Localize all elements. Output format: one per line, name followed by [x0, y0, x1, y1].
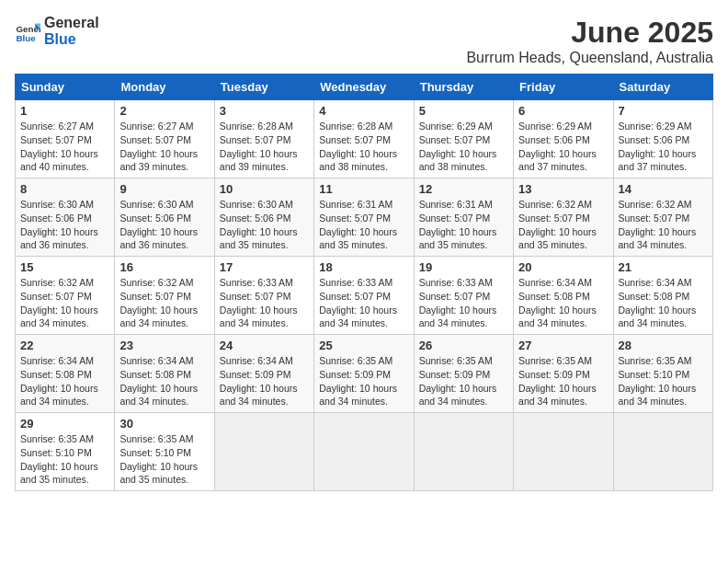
day-info: Sunrise: 6:30 AMSunset: 5:06 PMDaylight:…: [119, 198, 209, 252]
logo: General Blue General Blue: [15, 15, 99, 47]
day-info: Sunrise: 6:28 AMSunset: 5:07 PMDaylight:…: [220, 120, 309, 174]
day-number: 17: [220, 260, 309, 274]
day-cell-25: 25 Sunrise: 6:35 AMSunset: 5:09 PMDaylig…: [314, 335, 414, 413]
day-info: Sunrise: 6:32 AMSunset: 5:07 PMDaylight:…: [119, 276, 209, 330]
day-info: Sunrise: 6:33 AMSunset: 5:07 PMDaylight:…: [419, 276, 508, 330]
day-cell-15: 15 Sunrise: 6:32 AMSunset: 5:07 PMDaylig…: [16, 257, 115, 335]
header-saturday: Saturday: [613, 75, 712, 100]
day-number: 10: [220, 182, 309, 196]
day-info: Sunrise: 6:35 AMSunset: 5:10 PMDaylight:…: [20, 432, 109, 487]
day-info: Sunrise: 6:28 AMSunset: 5:07 PMDaylight:…: [319, 120, 408, 174]
day-number: 27: [518, 339, 608, 352]
day-cell-23: 23 Sunrise: 6:34 AMSunset: 5:08 PMDaylig…: [115, 335, 214, 413]
page-header: General Blue General Blue June 2025 Burr…: [15, 15, 713, 66]
day-number: 22: [20, 339, 109, 352]
day-number: 19: [419, 260, 508, 274]
day-info: Sunrise: 6:34 AMSunset: 5:08 PMDaylight:…: [518, 276, 608, 330]
day-number: 15: [20, 260, 109, 274]
day-cell-13: 13 Sunrise: 6:32 AMSunset: 5:07 PMDaylig…: [514, 178, 613, 257]
day-info: Sunrise: 6:31 AMSunset: 5:07 PMDaylight:…: [419, 198, 508, 252]
logo-icon: General Blue: [15, 18, 40, 44]
day-cell-5: 5 Sunrise: 6:29 AMSunset: 5:07 PMDayligh…: [414, 100, 513, 178]
day-cell-18: 18 Sunrise: 6:33 AMSunset: 5:07 PMDaylig…: [314, 257, 414, 335]
header-friday: Friday: [514, 75, 613, 100]
header-wednesday: Wednesday: [314, 75, 414, 100]
day-info: Sunrise: 6:31 AMSunset: 5:07 PMDaylight:…: [319, 198, 408, 252]
day-number: 4: [319, 104, 408, 118]
day-number: 3: [220, 104, 309, 118]
empty-cell: [613, 413, 712, 491]
day-number: 18: [319, 260, 408, 274]
day-cell-26: 26 Sunrise: 6:35 AMSunset: 5:09 PMDaylig…: [414, 335, 513, 413]
day-number: 1: [20, 104, 109, 118]
day-cell-7: 7 Sunrise: 6:29 AMSunset: 5:06 PMDayligh…: [613, 100, 712, 178]
day-info: Sunrise: 6:35 AMSunset: 5:09 PMDaylight:…: [319, 354, 408, 408]
day-number: 29: [20, 417, 109, 431]
day-cell-10: 10 Sunrise: 6:30 AMSunset: 5:06 PMDaylig…: [214, 178, 313, 257]
day-info: Sunrise: 6:35 AMSunset: 5:09 PMDaylight:…: [419, 354, 508, 408]
location-title: Burrum Heads, Queensland, Australia: [466, 50, 713, 66]
day-info: Sunrise: 6:29 AMSunset: 5:06 PMDaylight:…: [518, 120, 608, 174]
day-cell-29: 29 Sunrise: 6:35 AMSunset: 5:10 PMDaylig…: [16, 413, 115, 491]
empty-cell: [214, 413, 313, 491]
header-sunday: Sunday: [16, 75, 115, 100]
day-cell-11: 11 Sunrise: 6:31 AMSunset: 5:07 PMDaylig…: [314, 178, 414, 257]
day-cell-12: 12 Sunrise: 6:31 AMSunset: 5:07 PMDaylig…: [414, 178, 513, 257]
day-number: 21: [619, 260, 708, 274]
day-cell-14: 14 Sunrise: 6:32 AMSunset: 5:07 PMDaylig…: [613, 178, 712, 257]
day-number: 9: [119, 182, 209, 196]
header-monday: Monday: [115, 75, 214, 100]
empty-cell: [414, 413, 513, 491]
day-info: Sunrise: 6:29 AMSunset: 5:06 PMDaylight:…: [619, 120, 708, 174]
logo-text-blue: Blue: [44, 31, 99, 48]
day-info: Sunrise: 6:30 AMSunset: 5:06 PMDaylight:…: [20, 198, 109, 252]
logo-text-general: General: [44, 15, 99, 31]
day-number: 7: [619, 104, 708, 118]
day-cell-2: 2 Sunrise: 6:27 AMSunset: 5:07 PMDayligh…: [115, 100, 214, 178]
day-info: Sunrise: 6:27 AMSunset: 5:07 PMDaylight:…: [119, 120, 209, 174]
day-number: 30: [119, 417, 209, 431]
day-info: Sunrise: 6:32 AMSunset: 5:07 PMDaylight:…: [619, 198, 708, 252]
header-tuesday: Tuesday: [214, 75, 313, 100]
day-cell-21: 21 Sunrise: 6:34 AMSunset: 5:08 PMDaylig…: [613, 257, 712, 335]
header-thursday: Thursday: [414, 75, 513, 100]
day-number: 20: [518, 260, 608, 274]
title-area: June 2025 Burrum Heads, Queensland, Aust…: [466, 15, 713, 66]
day-number: 11: [319, 182, 408, 196]
day-number: 2: [119, 104, 209, 118]
day-number: 26: [419, 339, 508, 352]
day-cell-16: 16 Sunrise: 6:32 AMSunset: 5:07 PMDaylig…: [115, 257, 214, 335]
calendar-table: Sunday Monday Tuesday Wednesday Thursday…: [15, 74, 713, 491]
day-number: 24: [220, 339, 309, 352]
empty-cell: [514, 413, 613, 491]
empty-cell: [314, 413, 414, 491]
day-info: Sunrise: 6:32 AMSunset: 5:07 PMDaylight:…: [518, 198, 608, 252]
day-cell-19: 19 Sunrise: 6:33 AMSunset: 5:07 PMDaylig…: [414, 257, 513, 335]
day-number: 16: [119, 260, 209, 274]
day-number: 5: [419, 104, 508, 118]
day-info: Sunrise: 6:27 AMSunset: 5:07 PMDaylight:…: [20, 120, 109, 174]
day-info: Sunrise: 6:33 AMSunset: 5:07 PMDaylight:…: [319, 276, 408, 330]
day-number: 23: [119, 339, 209, 352]
day-info: Sunrise: 6:33 AMSunset: 5:07 PMDaylight:…: [220, 276, 309, 330]
day-info: Sunrise: 6:35 AMSunset: 5:09 PMDaylight:…: [518, 354, 608, 408]
day-cell-22: 22 Sunrise: 6:34 AMSunset: 5:08 PMDaylig…: [16, 335, 115, 413]
day-cell-20: 20 Sunrise: 6:34 AMSunset: 5:08 PMDaylig…: [514, 257, 613, 335]
table-row: 22 Sunrise: 6:34 AMSunset: 5:08 PMDaylig…: [16, 335, 713, 413]
day-cell-6: 6 Sunrise: 6:29 AMSunset: 5:06 PMDayligh…: [514, 100, 613, 178]
day-number: 8: [20, 182, 109, 196]
day-cell-8: 8 Sunrise: 6:30 AMSunset: 5:06 PMDayligh…: [16, 178, 115, 257]
day-info: Sunrise: 6:30 AMSunset: 5:06 PMDaylight:…: [220, 198, 309, 252]
day-cell-4: 4 Sunrise: 6:28 AMSunset: 5:07 PMDayligh…: [314, 100, 414, 178]
day-info: Sunrise: 6:32 AMSunset: 5:07 PMDaylight:…: [20, 276, 109, 330]
day-cell-24: 24 Sunrise: 6:34 AMSunset: 5:09 PMDaylig…: [214, 335, 313, 413]
day-info: Sunrise: 6:29 AMSunset: 5:07 PMDaylight:…: [419, 120, 508, 174]
day-info: Sunrise: 6:34 AMSunset: 5:09 PMDaylight:…: [220, 354, 309, 408]
table-row: 1 Sunrise: 6:27 AMSunset: 5:07 PMDayligh…: [16, 100, 713, 178]
day-number: 28: [619, 339, 708, 352]
svg-text:Blue: Blue: [16, 33, 36, 43]
table-row: 29 Sunrise: 6:35 AMSunset: 5:10 PMDaylig…: [16, 413, 713, 491]
day-cell-9: 9 Sunrise: 6:30 AMSunset: 5:06 PMDayligh…: [115, 178, 214, 257]
day-number: 6: [518, 104, 608, 118]
calendar-header-row: Sunday Monday Tuesday Wednesday Thursday…: [16, 75, 713, 100]
